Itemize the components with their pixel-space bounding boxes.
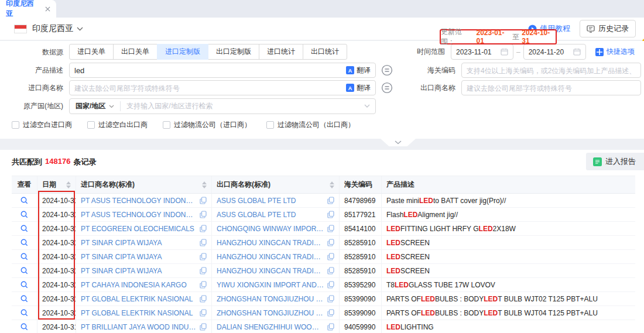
product-desc-input[interactable]: [74, 66, 341, 75]
copy-icon[interactable]: [200, 295, 207, 303]
importer-link[interactable]: PT CAHAYA INDONESIA KARGO: [81, 281, 196, 289]
magnifier-icon[interactable]: [20, 267, 28, 274]
copy-icon[interactable]: [327, 323, 334, 331]
copy-icon[interactable]: [200, 309, 207, 317]
exporter-link[interactable]: CHONGQING WINWAY IMPORT AND E...: [217, 225, 324, 233]
exporter-link[interactable]: YIWU XIONGXIN IMPORT AND EXPORT...: [217, 281, 324, 289]
header-importer[interactable]: 进口商名称(标准): [76, 176, 212, 194]
magnifier-icon[interactable]: [20, 211, 28, 218]
header-date[interactable]: 日期: [37, 176, 76, 194]
tab-import-declarations[interactable]: 进口关单: [69, 44, 114, 60]
quick-options-button[interactable]: 快捷选项: [595, 47, 635, 57]
copy-icon[interactable]: [200, 281, 207, 289]
magnifier-icon[interactable]: [20, 225, 28, 232]
magnifier-icon[interactable]: [20, 281, 28, 289]
tab-import-statistics[interactable]: 进口统计: [259, 44, 303, 60]
checkbox-icon[interactable]: [87, 121, 95, 129]
translate-button[interactable]: A 翻译: [341, 83, 371, 93]
view-record-button[interactable]: [12, 222, 37, 236]
magnifier-icon[interactable]: [20, 239, 28, 246]
checkbox-icon[interactable]: [163, 121, 170, 129]
importer-link[interactable]: PT GLOBAL ELEKTRIK NASIONAL: [81, 309, 196, 317]
importer-link[interactable]: PT SINAR CIPTA WIJAYA: [81, 239, 196, 247]
copy-icon[interactable]: [200, 211, 207, 218]
copy-icon[interactable]: [327, 267, 334, 274]
checkbox-filter-blank-exporter[interactable]: 过滤空白出口商: [87, 120, 148, 130]
view-record-button[interactable]: [12, 292, 37, 306]
view-record-button[interactable]: [12, 306, 37, 320]
checkbox-filter-logistics-exporter[interactable]: 过滤物流公司（出口商）: [266, 120, 355, 130]
enter-report-button[interactable]: 进入报告: [586, 153, 644, 170]
magnifier-icon[interactable]: [20, 197, 28, 204]
exporter-link[interactable]: ASUS GLOBAL PTE LTD: [217, 211, 324, 219]
tab-export-custom[interactable]: 出口定制版: [208, 44, 259, 60]
exporter-link[interactable]: ASUS GLOBAL PTE LTD: [217, 197, 324, 205]
view-record-button[interactable]: [12, 320, 37, 333]
exact-match-toggle[interactable]: [381, 82, 393, 94]
tab-export-declarations[interactable]: 出口关单: [113, 44, 157, 60]
checkbox-icon[interactable]: [266, 121, 274, 129]
exporter-name-input[interactable]: [467, 84, 636, 92]
origin-country-type-select[interactable]: 国家/地区: [70, 101, 120, 111]
exporter-link[interactable]: ZHONGSHAN TONGJIUZHOU INTERNA...: [217, 295, 324, 303]
view-record-button[interactable]: [12, 278, 37, 292]
importer-link[interactable]: PT GLOBAL ELEKTRIK NASIONAL: [81, 295, 196, 303]
copy-icon[interactable]: [327, 281, 334, 289]
importer-link[interactable]: PT SINAR CIPTA WIJAYA: [81, 267, 196, 275]
copy-icon[interactable]: [200, 267, 207, 274]
importer-name-input[interactable]: [74, 84, 341, 92]
hs-code-input[interactable]: [467, 66, 636, 75]
exact-match-toggle[interactable]: [381, 64, 393, 76]
copy-icon[interactable]: [327, 211, 334, 218]
checkbox-icon[interactable]: [12, 121, 19, 129]
copy-icon[interactable]: [200, 253, 207, 260]
copy-icon[interactable]: [327, 225, 334, 232]
close-tab-icon[interactable]: [45, 6, 50, 12]
sort-icon[interactable]: [63, 181, 71, 188]
history-button[interactable]: 历史记录: [580, 20, 636, 37]
checkbox-filter-logistics-importer[interactable]: 过滤物流公司（进口商）: [163, 120, 251, 130]
copy-icon[interactable]: [327, 239, 334, 246]
copy-icon[interactable]: [327, 253, 334, 260]
chevron-down-icon[interactable]: [364, 104, 375, 108]
copy-icon[interactable]: [327, 309, 334, 317]
view-record-button[interactable]: [12, 250, 37, 264]
copy-icon[interactable]: [200, 197, 207, 204]
magnifier-icon[interactable]: [20, 295, 28, 303]
tab-import-custom[interactable]: 进口定制版: [157, 44, 208, 60]
view-record-button[interactable]: [12, 194, 37, 208]
view-record-button[interactable]: [12, 208, 37, 222]
collapse-panel-button[interactable]: [381, 139, 416, 146]
tab-export-statistics[interactable]: 出口统计: [303, 44, 347, 60]
sort-icon[interactable]: [326, 181, 334, 188]
importer-link[interactable]: PT SINAR CIPTA WIJAYA: [81, 253, 196, 261]
importer-link[interactable]: PT ASUS TECHNOLOGY INDONESIA BA...: [81, 211, 196, 219]
country-chevron-down-icon[interactable]: [77, 27, 83, 31]
exporter-link[interactable]: HANGZHOU XINGCAN TRADING CO LTD: [217, 253, 324, 261]
exporter-link[interactable]: HANGZHOU XINGCAN TRADING CO LTD: [217, 267, 324, 275]
view-record-button[interactable]: [12, 264, 37, 278]
product-desc-cell: T8 LED GLASS TUBE 17W LOVOV: [382, 278, 635, 292]
magnifier-icon[interactable]: [20, 323, 28, 331]
checkbox-filter-blank-importer[interactable]: 过滤空白进口商: [12, 120, 72, 130]
exporter-link[interactable]: DALIAN SHENGZHIHUI WOOD INDUST...: [217, 323, 324, 331]
importer-link[interactable]: PT ASUS TECHNOLOGY INDONESIA BA...: [81, 197, 196, 205]
date-to-input[interactable]: 2024-11-20: [523, 44, 586, 60]
exporter-link[interactable]: HANGZHOU XINGCAN TRADING CO LTD: [217, 239, 324, 247]
view-record-button[interactable]: [12, 236, 37, 250]
copy-icon[interactable]: [200, 225, 207, 232]
magnifier-icon[interactable]: [20, 253, 28, 260]
origin-country-search-input[interactable]: 支持输入国家/地区进行检索: [126, 101, 364, 111]
copy-icon[interactable]: [200, 323, 207, 331]
copy-icon[interactable]: [327, 295, 334, 303]
copy-icon[interactable]: [327, 197, 334, 204]
tab-indonesia[interactable]: 印度尼西亚: [0, 0, 56, 18]
header-exporter[interactable]: 出口商名称(标准): [212, 176, 340, 194]
magnifier-icon[interactable]: [20, 309, 28, 317]
importer-link[interactable]: PT BRILLIANT JAYA WOOD INDUSTRY: [81, 323, 196, 331]
importer-link[interactable]: PT ECOGREEN OLEOCHEMICALS: [81, 225, 196, 233]
copy-icon[interactable]: [200, 239, 207, 246]
sort-icon[interactable]: [198, 181, 207, 188]
exporter-link[interactable]: ZHONGSHAN TONGJIUZHOU INTERNA...: [217, 309, 324, 317]
translate-button[interactable]: A 翻译: [341, 66, 371, 75]
